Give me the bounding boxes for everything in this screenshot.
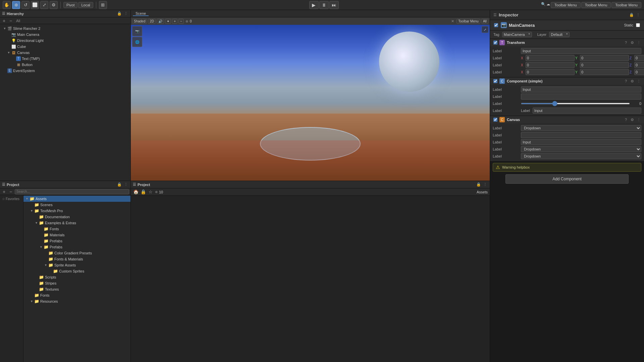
canvas-help-btn[interactable]: ? [623, 117, 629, 122]
simple-settings-btn[interactable]: ⚙ [630, 78, 635, 84]
project-item-sprite-assets[interactable]: ▼ 📁 Sprite Assets [23, 262, 130, 268]
project-item-fonts-sub[interactable]: ▶ 📁 Fonts [23, 226, 130, 232]
layer-value-dropdown[interactable]: Default ▼ [549, 32, 570, 37]
tree-item-main-camera[interactable]: ▶ 📷 Main Camera [0, 32, 130, 38]
scene-audio-btn[interactable]: 🔊 [157, 19, 164, 24]
tree-item-dir-light[interactable]: ▶ 💡 Directional Light [0, 38, 130, 44]
canvas-settings-btn[interactable]: ⚙ [630, 117, 635, 122]
play-button[interactable]: ▶ [309, 1, 319, 9]
transform-rx-val[interactable] [526, 62, 575, 68]
mini-btn-1[interactable]: 📷 [132, 26, 142, 36]
project-item-fonts-main[interactable]: ▶ 📁 Fonts [23, 292, 130, 298]
scene-plus-btn[interactable]: + [172, 19, 177, 24]
scene-mode-dropdown[interactable]: Shaded [132, 19, 147, 24]
transform-tool[interactable]: ⚙ [50, 1, 58, 9]
canvas-menu-btn[interactable]: ⋮ [636, 117, 641, 122]
transform-ry-val[interactable] [580, 62, 629, 68]
mini-btn-2[interactable]: 🌐 [132, 37, 142, 47]
hand-tool[interactable]: ✋ [3, 1, 11, 9]
canvas-dropdown-5[interactable]: Dropdown [521, 153, 641, 159]
simple-check[interactable] [493, 79, 497, 83]
simple-menu-btn[interactable]: ⋮ [636, 78, 641, 84]
simple-slider[interactable] [521, 103, 630, 104]
project-item-prefabs[interactable]: ▼ 📁 Prefabs [23, 244, 130, 250]
project-item-prefabs-top[interactable]: ▶ 📁 Prefabs [23, 238, 130, 244]
tag-value-dropdown[interactable]: MainCamera ▼ [502, 32, 532, 37]
scale-tool[interactable]: ⬜ [31, 1, 39, 9]
asset-star-btn[interactable]: ☆ [148, 189, 154, 195]
canvas-check[interactable] [493, 118, 497, 122]
scene-close-btn[interactable]: ✕ [449, 18, 455, 24]
project-item-resources[interactable]: ▼ 📁 Resources [23, 298, 130, 304]
step-button[interactable]: ⏭ [329, 1, 339, 9]
canvas-dropdown-4[interactable]: Dropdown [521, 146, 641, 152]
pause-button[interactable]: ⏸ [319, 1, 329, 9]
transform-rz-val[interactable] [634, 62, 644, 68]
tree-item-button[interactable]: ▶ ⊞ Button [0, 62, 130, 68]
component-simple-header[interactable]: C Component (simple) ? ⚙ ⋮ [490, 77, 644, 85]
local-button[interactable]: Local [78, 2, 93, 8]
hierarchy-add-btn[interactable]: + [1, 18, 7, 23]
project-add-btn[interactable]: + [1, 189, 7, 194]
tree-item-text-tmp[interactable]: ▶ T Text (TMP) [0, 56, 130, 62]
project-item-stripes[interactable]: ▶ 📁 Stripes [23, 280, 130, 286]
component-transform-header[interactable]: T Transform ? ⚙ ⋮ [490, 39, 644, 46]
transform-z-val[interactable] [634, 55, 644, 61]
move-tool[interactable]: ⊕ [12, 1, 20, 9]
gameobj-active-check[interactable] [494, 23, 498, 27]
project-item-color-gradient[interactable]: ▶ 📁 Color Gradient Presets [23, 250, 130, 256]
project-item-textmesh[interactable]: ▼ 📁 TextMesh Pro [23, 208, 130, 214]
inspector-menu-btn[interactable]: ⋮ [635, 12, 641, 18]
snap-tool[interactable]: ⊞ [99, 1, 107, 9]
transform-x-val[interactable] [526, 55, 575, 61]
project-item-examples[interactable]: ▼ 📁 Examples & Extras [23, 220, 130, 226]
project-item-fonts-materials[interactable]: ▶ 📁 Fonts & Materials [23, 256, 130, 262]
scene-toolbar-menu-btn[interactable]: Toolbar Menu [457, 19, 480, 24]
toolbar-menu-3[interactable]: Toolbar Menu [611, 2, 641, 8]
scene-canvas[interactable]: 📷 🌐 ⤢ [131, 25, 490, 181]
inspector-lock-btn[interactable]: 🔒 [629, 12, 634, 18]
project-minus-btn[interactable]: − [8, 189, 13, 194]
toolbar-menu-2[interactable]: Toolbar Menu [581, 2, 611, 8]
component-canvas-header[interactable]: C Canvas ? ⚙ ⋮ [490, 116, 644, 123]
transform-input-1[interactable] [521, 48, 641, 54]
asset-lock2-btn[interactable]: 🔒 [140, 189, 146, 195]
transform-y-val[interactable] [580, 55, 629, 61]
asset-menu-btn[interactable]: ⋮ [482, 182, 488, 187]
transform-menu-btn[interactable]: ⋮ [636, 40, 641, 45]
transform-sy-val[interactable] [580, 69, 629, 75]
hierarchy-menu-btn[interactable]: ⋮ [123, 11, 128, 16]
transform-sx-val[interactable] [526, 69, 575, 75]
project-item-scenes[interactable]: ▶ 📁 Scenes [23, 202, 130, 208]
scene-maximize-btn[interactable]: ⤢ [482, 26, 488, 33]
tree-item-slime-rancher[interactable]: ▼ 🎬 Slime Rancher 2 [0, 25, 130, 32]
project-item-scripts[interactable]: ▶ 📁 Scripts [23, 274, 130, 280]
transform-check[interactable] [493, 41, 497, 45]
scene-2d-btn[interactable]: 2D [148, 19, 156, 24]
transform-sz-val[interactable] [634, 69, 644, 75]
add-component-button[interactable]: Add Component [505, 174, 629, 184]
rect-tool[interactable]: ⤢ [40, 1, 48, 9]
tree-item-cube[interactable]: ▶ ⬜ Cube [0, 44, 130, 50]
toolbar-menu-1[interactable]: Toolbar Menu [551, 2, 581, 8]
simple-input-1[interactable] [521, 86, 641, 93]
tree-item-canvas[interactable]: ▼ 🖼 Canvas [0, 50, 130, 56]
project-item-custom-sprites[interactable]: ▶ 📁 Custom Sprites [23, 268, 130, 274]
asset-lock-btn[interactable]: 🔒 [476, 182, 481, 187]
canvas-input-3[interactable] [521, 139, 641, 145]
scene-effects-btn[interactable]: ✦ [165, 19, 171, 24]
tree-item-eventsystem[interactable]: ▶ E EventSystem [0, 68, 130, 74]
transform-help-btn[interactable]: ? [623, 40, 629, 45]
project-lock-btn[interactable]: 🔒 [117, 182, 122, 187]
canvas-dropdown-1[interactable]: Dropdown [521, 125, 641, 131]
project-menu-btn[interactable]: ⋮ [123, 182, 128, 187]
rotate-tool[interactable]: ↺ [21, 1, 30, 9]
asset-home-btn[interactable]: 🏠 [133, 189, 139, 195]
simple-help-btn[interactable]: ? [623, 78, 629, 84]
hierarchy-minus-btn[interactable]: − [8, 18, 13, 23]
project-item-materials[interactable]: ▶ 📁 Materials [23, 232, 130, 238]
scene-all-btn[interactable]: All [481, 19, 488, 24]
simple-input-2[interactable] [521, 94, 641, 100]
project-item-assets[interactable]: ▼ 📁 Assets [23, 196, 130, 202]
canvas-input-2[interactable] [521, 132, 641, 138]
